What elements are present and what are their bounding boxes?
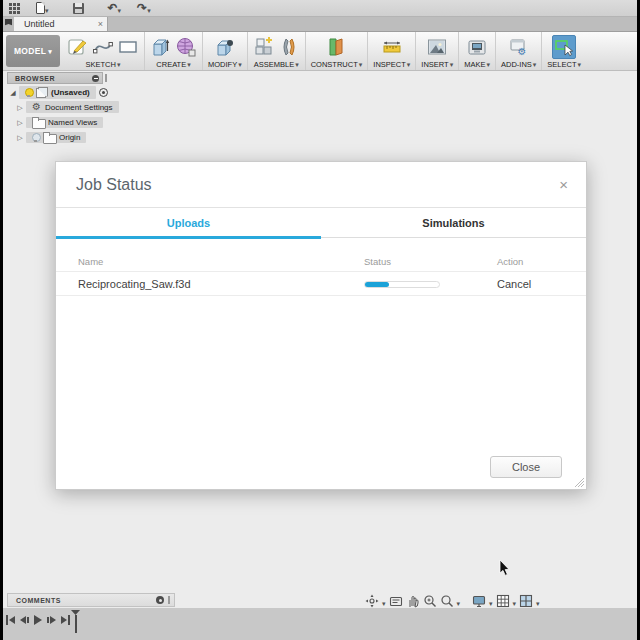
addins-button[interactable]: ⚙ [508, 36, 530, 58]
press-pull-icon [215, 37, 235, 57]
press-pull-button[interactable] [214, 36, 236, 58]
workspace-selector-model[interactable]: MODEL [6, 35, 60, 67]
tab-close-icon[interactable]: × [98, 19, 103, 29]
magnifier-plus-icon [423, 594, 437, 608]
undo-icon: ↶ [108, 2, 118, 14]
monitor-icon [472, 594, 486, 608]
group-label[interactable]: CREATE [156, 60, 186, 69]
construct-plane-button[interactable] [325, 36, 347, 58]
new-component-button[interactable] [253, 36, 275, 58]
image-icon [427, 37, 447, 57]
spline-button[interactable] [92, 36, 114, 58]
go-to-start-button[interactable] [6, 615, 15, 625]
extrude-icon [151, 37, 171, 57]
redo-button[interactable]: ↷ [133, 0, 155, 16]
save-button[interactable] [69, 0, 88, 16]
orbit-button[interactable] [365, 594, 379, 608]
extrude-button[interactable] [150, 36, 172, 58]
dialog-close-icon[interactable]: × [559, 176, 568, 193]
browser-header[interactable]: BROWSER [7, 72, 103, 84]
bookmark-flag-icon[interactable] [5, 19, 12, 28]
browser-item-document-settings[interactable]: ▷ ⚙ Document Settings [7, 100, 207, 114]
step-forward-button[interactable] [47, 616, 56, 624]
zoom-button[interactable] [423, 594, 437, 608]
application-bar: ↶ ↷ [3, 0, 637, 17]
collapsed-triangle-icon[interactable]: ▷ [14, 134, 26, 141]
save-icon [73, 3, 84, 14]
panel-drag-handle[interactable] [105, 74, 107, 82]
plane-icon [326, 37, 346, 57]
collapse-panel-icon[interactable] [92, 75, 99, 82]
browser-item-named-views[interactable]: ▷ Named Views [7, 115, 207, 129]
file-menu-button[interactable] [32, 0, 53, 16]
tab-simulations[interactable]: Simulations [321, 208, 586, 237]
timeline-position-marker[interactable] [71, 610, 80, 634]
create-sketch-button[interactable] [67, 36, 89, 58]
toolbar-group-make: MAKE [459, 32, 496, 70]
select-button[interactable] [552, 35, 576, 59]
play-button[interactable] [34, 615, 42, 625]
collapsed-triangle-icon[interactable]: ▷ [14, 104, 26, 111]
group-label[interactable]: INSPECT [373, 60, 406, 69]
measure-button[interactable] [381, 36, 403, 58]
pan-button[interactable] [406, 594, 420, 608]
browser-item-origin[interactable]: ▷ Origin [7, 130, 207, 144]
comments-panel-header[interactable]: COMMENTS [7, 593, 175, 607]
caret-down-icon [450, 60, 454, 69]
undo-button[interactable]: ↶ [104, 0, 126, 16]
browser-title: BROWSER [15, 75, 92, 82]
display-settings-button[interactable] [472, 594, 486, 608]
group-label[interactable]: ASSEMBLE [254, 60, 294, 69]
group-label[interactable]: INSERT [421, 60, 448, 69]
visibility-bulb-icon[interactable] [25, 88, 32, 97]
tab-uploads[interactable]: Uploads [56, 208, 321, 237]
tab-untitled[interactable]: Untitled × [14, 17, 108, 31]
group-label[interactable]: MAKE [464, 60, 485, 69]
comments-badge-icon[interactable] [156, 596, 164, 604]
look-at-button[interactable] [389, 594, 403, 608]
group-label[interactable]: CONSTRUCT [311, 60, 358, 69]
toolbar-group-addins: ⚙ ADD-INS [496, 32, 542, 70]
file-icon [36, 2, 45, 14]
spline-icon [93, 37, 113, 57]
screenshot-root: ↶ ↷ Untitled × MODEL SKETCH [0, 0, 640, 640]
zoom-window-button[interactable] [440, 594, 454, 608]
app-grid-button[interactable] [3, 0, 24, 16]
joint-button[interactable] [278, 36, 300, 58]
collapsed-triangle-icon[interactable]: ▷ [14, 119, 26, 126]
grid-snap-button[interactable] [496, 594, 510, 608]
orbit-icon [365, 594, 379, 608]
viewports-button[interactable] [519, 594, 533, 608]
measure-ruler-icon [382, 37, 402, 57]
caret-down-icon [117, 60, 121, 69]
caret-down-icon [45, 0, 49, 17]
dialog-resize-grip[interactable] [575, 478, 584, 487]
toolbar-group-create: CREATE [145, 32, 203, 70]
browser-root-row[interactable]: ◢ (Unsaved) [7, 85, 207, 99]
insert-image-button[interactable] [426, 36, 448, 58]
timeline-bar [3, 608, 637, 640]
expanded-triangle-icon[interactable]: ◢ [7, 89, 19, 96]
document-tab-bar: Untitled × [3, 17, 637, 32]
go-to-end-button[interactable] [61, 615, 70, 625]
activate-target-icon[interactable] [99, 88, 108, 97]
group-label[interactable]: SKETCH [86, 60, 116, 69]
make-button[interactable] [466, 36, 488, 58]
group-label[interactable]: SELECT [547, 60, 576, 69]
group-label[interactable]: MODIFY [208, 60, 237, 69]
panel-drag-handle[interactable] [168, 596, 170, 604]
close-button[interactable]: Close [490, 456, 562, 478]
rectangle-button[interactable] [117, 36, 139, 58]
step-back-button[interactable] [20, 616, 29, 624]
component-icon [254, 37, 274, 57]
cancel-upload-link[interactable]: Cancel [497, 278, 531, 290]
toolbar-group-inspect: INSPECT [368, 32, 416, 70]
svg-text:⚙: ⚙ [517, 46, 526, 57]
create-form-button[interactable] [175, 36, 197, 58]
dialog-title-bar[interactable]: Job Status × [56, 162, 586, 208]
component-cube-icon [36, 87, 47, 98]
group-label[interactable]: ADD-INS [501, 60, 532, 69]
visibility-bulb-icon[interactable] [32, 133, 39, 142]
form-sphere-icon [176, 37, 196, 57]
toolbar-group-construct: CONSTRUCT [306, 32, 369, 70]
